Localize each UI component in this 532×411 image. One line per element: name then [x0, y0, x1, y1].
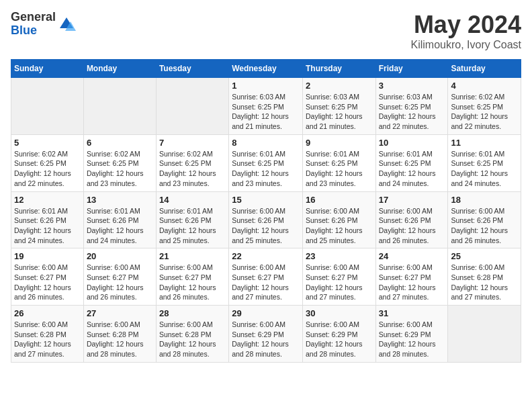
location-subtitle: Kilimoukro, Ivory Coast	[411, 39, 522, 51]
day-detail: Sunrise: 6:01 AM Sunset: 6:25 PM Dayligh…	[451, 149, 518, 189]
day-detail: Sunrise: 6:03 AM Sunset: 6:25 PM Dayligh…	[379, 92, 445, 132]
table-row: 5Sunrise: 6:02 AM Sunset: 6:25 PM Daylig…	[11, 134, 84, 191]
table-row	[448, 306, 521, 363]
day-number: 22	[232, 251, 300, 261]
calendar-week-row: 19Sunrise: 6:00 AM Sunset: 6:27 PM Dayli…	[11, 248, 521, 306]
day-detail: Sunrise: 6:00 AM Sunset: 6:27 PM Dayligh…	[159, 263, 226, 302]
table-row: 2Sunrise: 6:03 AM Sunset: 6:25 PM Daylig…	[302, 78, 375, 135]
table-row: 18Sunrise: 6:00 AM Sunset: 6:26 PM Dayli…	[448, 191, 521, 248]
day-number: 3	[379, 81, 445, 91]
day-number: 2	[306, 81, 373, 91]
day-detail: Sunrise: 6:00 AM Sunset: 6:27 PM Dayligh…	[306, 263, 373, 302]
table-row: 11Sunrise: 6:01 AM Sunset: 6:25 PM Dayli…	[448, 134, 521, 191]
day-detail: Sunrise: 6:00 AM Sunset: 6:27 PM Dayligh…	[14, 263, 81, 302]
day-number: 11	[451, 138, 518, 148]
day-detail: Sunrise: 6:01 AM Sunset: 6:25 PM Dayligh…	[379, 149, 445, 189]
day-number: 29	[232, 308, 300, 318]
day-number: 10	[379, 138, 445, 148]
day-detail: Sunrise: 6:02 AM Sunset: 6:25 PM Dayligh…	[87, 149, 153, 189]
table-row: 4Sunrise: 6:02 AM Sunset: 6:25 PM Daylig…	[448, 78, 521, 135]
calendar-week-row: 5Sunrise: 6:02 AM Sunset: 6:25 PM Daylig…	[11, 134, 521, 191]
calendar-table: Sunday Monday Tuesday Wednesday Thursday…	[11, 59, 521, 363]
day-number: 30	[306, 308, 373, 318]
table-row: 9Sunrise: 6:01 AM Sunset: 6:25 PM Daylig…	[302, 134, 375, 191]
day-number: 14	[159, 195, 226, 205]
day-number: 19	[14, 251, 81, 261]
day-number: 8	[232, 138, 300, 148]
table-row: 7Sunrise: 6:02 AM Sunset: 6:25 PM Daylig…	[156, 134, 228, 191]
table-row: 27Sunrise: 6:00 AM Sunset: 6:28 PM Dayli…	[83, 306, 156, 363]
table-row: 26Sunrise: 6:00 AM Sunset: 6:28 PM Dayli…	[11, 306, 84, 363]
day-detail: Sunrise: 6:00 AM Sunset: 6:27 PM Dayligh…	[379, 263, 445, 302]
table-row: 16Sunrise: 6:00 AM Sunset: 6:26 PM Dayli…	[302, 191, 375, 248]
table-row: 20Sunrise: 6:00 AM Sunset: 6:27 PM Dayli…	[83, 248, 156, 306]
day-detail: Sunrise: 6:02 AM Sunset: 6:25 PM Dayligh…	[14, 149, 81, 189]
day-detail: Sunrise: 6:02 AM Sunset: 6:25 PM Dayligh…	[451, 92, 518, 132]
day-number: 17	[379, 195, 445, 205]
calendar-week-row: 26Sunrise: 6:00 AM Sunset: 6:28 PM Dayli…	[11, 306, 521, 363]
day-detail: Sunrise: 6:03 AM Sunset: 6:25 PM Dayligh…	[306, 92, 373, 132]
table-row: 1Sunrise: 6:03 AM Sunset: 6:25 PM Daylig…	[229, 78, 303, 135]
day-detail: Sunrise: 6:01 AM Sunset: 6:26 PM Dayligh…	[14, 206, 81, 246]
day-detail: Sunrise: 6:00 AM Sunset: 6:29 PM Dayligh…	[232, 320, 300, 359]
day-number: 6	[87, 138, 153, 148]
logo-blue-text: Blue	[11, 24, 56, 38]
day-detail: Sunrise: 6:00 AM Sunset: 6:28 PM Dayligh…	[14, 320, 81, 359]
table-row: 13Sunrise: 6:01 AM Sunset: 6:26 PM Dayli…	[83, 191, 156, 248]
day-number: 13	[87, 195, 153, 205]
title-block: May 2024 Kilimoukro, Ivory Coast	[411, 11, 522, 51]
day-number: 18	[451, 195, 518, 205]
table-row: 14Sunrise: 6:01 AM Sunset: 6:26 PM Dayli…	[156, 191, 228, 248]
day-detail: Sunrise: 6:03 AM Sunset: 6:25 PM Dayligh…	[232, 92, 300, 132]
day-detail: Sunrise: 6:00 AM Sunset: 6:26 PM Dayligh…	[451, 206, 518, 246]
day-number: 25	[451, 251, 518, 261]
day-detail: Sunrise: 6:00 AM Sunset: 6:28 PM Dayligh…	[87, 320, 153, 359]
day-detail: Sunrise: 6:01 AM Sunset: 6:26 PM Dayligh…	[87, 206, 153, 246]
table-row: 31Sunrise: 6:00 AM Sunset: 6:29 PM Dayli…	[375, 306, 448, 363]
table-row: 29Sunrise: 6:00 AM Sunset: 6:29 PM Dayli…	[229, 306, 303, 363]
table-row: 6Sunrise: 6:02 AM Sunset: 6:25 PM Daylig…	[83, 134, 156, 191]
logo-general-text: General	[11, 11, 56, 24]
table-row: 8Sunrise: 6:01 AM Sunset: 6:25 PM Daylig…	[229, 134, 303, 191]
calendar-header-row: Sunday Monday Tuesday Wednesday Thursday…	[11, 60, 521, 78]
calendar-week-row: 12Sunrise: 6:01 AM Sunset: 6:26 PM Dayli…	[11, 191, 521, 248]
calendar-week-row: 1Sunrise: 6:03 AM Sunset: 6:25 PM Daylig…	[11, 78, 521, 135]
day-detail: Sunrise: 6:00 AM Sunset: 6:26 PM Dayligh…	[306, 206, 373, 246]
table-row: 23Sunrise: 6:00 AM Sunset: 6:27 PM Dayli…	[302, 248, 375, 306]
day-detail: Sunrise: 6:00 AM Sunset: 6:27 PM Dayligh…	[87, 263, 153, 302]
table-row: 17Sunrise: 6:00 AM Sunset: 6:26 PM Dayli…	[375, 191, 448, 248]
day-detail: Sunrise: 6:02 AM Sunset: 6:25 PM Dayligh…	[159, 149, 226, 189]
table-row: 28Sunrise: 6:00 AM Sunset: 6:28 PM Dayli…	[156, 306, 228, 363]
table-row: 3Sunrise: 6:03 AM Sunset: 6:25 PM Daylig…	[375, 78, 448, 135]
day-detail: Sunrise: 6:00 AM Sunset: 6:29 PM Dayligh…	[306, 320, 373, 359]
month-year-title: May 2024	[411, 11, 522, 39]
day-number: 26	[14, 308, 81, 318]
day-detail: Sunrise: 6:00 AM Sunset: 6:28 PM Dayligh…	[451, 263, 518, 302]
day-number: 12	[14, 195, 81, 205]
day-number: 9	[306, 138, 373, 148]
header-saturday: Saturday	[448, 60, 521, 78]
header-tuesday: Tuesday	[156, 60, 228, 78]
header-wednesday: Wednesday	[229, 60, 303, 78]
day-number: 16	[306, 195, 373, 205]
table-row: 19Sunrise: 6:00 AM Sunset: 6:27 PM Dayli…	[11, 248, 84, 306]
header-monday: Monday	[83, 60, 156, 78]
page-header: General Blue May 2024 Kilimoukro, Ivory …	[11, 11, 521, 51]
day-detail: Sunrise: 6:01 AM Sunset: 6:26 PM Dayligh…	[159, 206, 226, 246]
table-row: 24Sunrise: 6:00 AM Sunset: 6:27 PM Dayli…	[375, 248, 448, 306]
day-number: 27	[87, 308, 153, 318]
day-detail: Sunrise: 6:00 AM Sunset: 6:26 PM Dayligh…	[379, 206, 445, 246]
day-detail: Sunrise: 6:00 AM Sunset: 6:29 PM Dayligh…	[379, 320, 445, 359]
day-number: 15	[232, 195, 300, 205]
logo: General Blue	[11, 11, 76, 38]
day-number: 5	[14, 138, 81, 148]
day-number: 20	[87, 251, 153, 261]
day-number: 4	[451, 81, 518, 91]
table-row: 30Sunrise: 6:00 AM Sunset: 6:29 PM Dayli…	[302, 306, 375, 363]
day-number: 28	[159, 308, 226, 318]
table-row: 12Sunrise: 6:01 AM Sunset: 6:26 PM Dayli…	[11, 191, 84, 248]
day-detail: Sunrise: 6:00 AM Sunset: 6:26 PM Dayligh…	[232, 206, 300, 246]
table-row: 22Sunrise: 6:00 AM Sunset: 6:27 PM Dayli…	[229, 248, 303, 306]
day-number: 23	[306, 251, 373, 261]
header-thursday: Thursday	[302, 60, 375, 78]
